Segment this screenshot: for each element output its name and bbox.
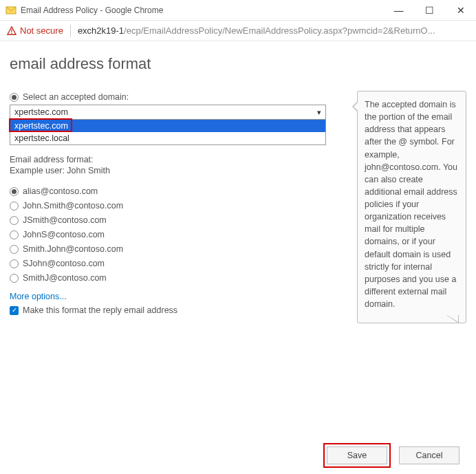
domain-select-label: Select an accepted domain: [23, 92, 129, 102]
save-button[interactable]: Save [327, 446, 387, 464]
format-option[interactable]: SJohn@contoso.com [10, 259, 326, 268]
radio-icon [10, 274, 19, 283]
window-title: Email Address Policy - Google Chrome [21, 6, 383, 15]
svg-rect-1 [11, 29, 12, 32]
reply-checkbox-label: Make this format the reply email address [23, 305, 177, 315]
radio-icon [10, 216, 19, 225]
example-user-label: Example user: John Smith [10, 166, 326, 175]
format-options: alias@contoso.com John.Smith@contoso.com… [10, 186, 326, 283]
save-highlight-box: Save [323, 443, 391, 468]
domain-option[interactable]: xpertstec.local [10, 132, 325, 144]
domain-select-radio[interactable] [10, 93, 19, 102]
format-option[interactable]: alias@contoso.com [10, 186, 326, 196]
format-option[interactable]: JSmith@contoso.com [10, 215, 326, 225]
radio-icon [10, 187, 19, 196]
format-option[interactable]: Smith.John@contoso.com [10, 244, 326, 254]
domain-option-selected[interactable]: xpertstec.com [10, 120, 325, 132]
maximize-button[interactable]: ☐ [414, 0, 445, 21]
help-callout: The accepted domain is the portion of th… [357, 91, 466, 323]
domain-select[interactable]: xpertstec.com [10, 105, 326, 120]
url-text[interactable]: exch2k19-1/ecp/EmailAddressPolicy/NewEma… [78, 25, 435, 36]
reply-checkbox[interactable] [10, 306, 19, 315]
help-text: The accepted domain is the portion of th… [365, 100, 457, 309]
radio-icon [10, 259, 19, 268]
email-format-label: Email address format: [10, 155, 326, 164]
format-option[interactable]: SmithJ@contoso.com [10, 273, 326, 283]
reply-checkbox-row[interactable]: Make this format the reply email address [10, 305, 326, 315]
callout-tail [446, 315, 459, 323]
app-icon [6, 5, 17, 16]
minimize-button[interactable]: — [383, 0, 414, 21]
svg-rect-2 [11, 32, 12, 33]
domain-dropdown: xpertstec.com xpertstec.local [10, 120, 326, 145]
main-panel: email address format Select an accepted … [10, 55, 326, 436]
close-button[interactable]: ✕ [445, 0, 476, 21]
dialog-footer: Save Cancel [0, 436, 476, 474]
domain-select-value: xpertstec.com [14, 107, 68, 117]
radio-icon [10, 202, 19, 211]
address-bar: Not secure exch2k19-1/ecp/EmailAddressPo… [0, 21, 476, 41]
domain-select-wrap: xpertstec.com xpertstec.com xpertstec.lo… [10, 105, 326, 145]
more-options-link[interactable]: More options... [10, 292, 67, 301]
address-separator [70, 25, 71, 37]
format-option[interactable]: John.Smith@contoso.com [10, 201, 326, 211]
cancel-button[interactable]: Cancel [399, 446, 459, 464]
radio-icon [10, 245, 19, 254]
warning-icon [7, 26, 17, 36]
window-titlebar: Email Address Policy - Google Chrome — ☐… [0, 0, 476, 21]
not-secure-label: Not secure [20, 25, 63, 36]
not-secure-badge[interactable]: Not secure [7, 25, 63, 36]
domain-select-label-row: Select an accepted domain: [10, 92, 326, 102]
radio-icon [10, 230, 19, 239]
format-option[interactable]: JohnS@contoso.com [10, 230, 326, 239]
page-heading: email address format [10, 55, 326, 73]
